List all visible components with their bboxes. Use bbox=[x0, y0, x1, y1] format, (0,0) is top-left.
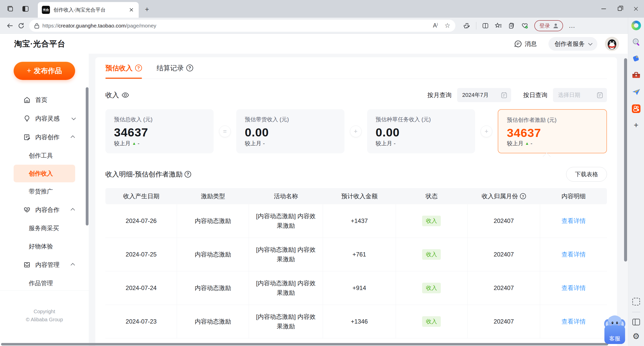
view-details-link[interactable]: 查看详情 bbox=[562, 317, 586, 326]
settings-more-icon[interactable]: … bbox=[569, 22, 576, 30]
tab-title: 创作收入-淘宝光合平台 bbox=[53, 7, 128, 13]
tab-estimated-income[interactable]: 预估收入 ? bbox=[105, 57, 142, 79]
sidebar-item-inspiration[interactable]: 内容灵感 bbox=[0, 109, 89, 128]
sidebar-customize-icon[interactable]: + bbox=[634, 121, 638, 130]
sidebar-item-works-management[interactable]: 作品管理 bbox=[0, 274, 89, 292]
help-icon[interactable]: ? bbox=[185, 171, 191, 178]
calendar-icon bbox=[501, 92, 507, 98]
refresh-icon[interactable] bbox=[16, 20, 27, 31]
site-favicon: 光合 bbox=[42, 6, 50, 14]
page-vertical-scrollbar[interactable] bbox=[624, 58, 627, 262]
site-header: 淘宝·光合平台 消息 创作者服务 bbox=[0, 34, 628, 54]
day-picker[interactable]: 选择日期 bbox=[553, 88, 607, 102]
selected-card-notch bbox=[543, 153, 550, 160]
extensions-icon[interactable] bbox=[461, 20, 473, 31]
close-button[interactable] bbox=[628, 0, 644, 18]
sidebar-kuaishou-icon[interactable] bbox=[631, 104, 641, 113]
help-icon[interactable]: ? bbox=[520, 193, 526, 199]
sidebar-item-creation-income[interactable]: 创作收入 bbox=[14, 165, 75, 182]
browser-titlebar: 光合 创作收入-淘宝光合平台 + bbox=[0, 0, 644, 18]
status-badge: 收入 bbox=[422, 283, 441, 293]
workspaces-icon[interactable] bbox=[22, 5, 29, 13]
sidebar-item-creation-tools[interactable]: 创作工具 bbox=[0, 147, 89, 165]
tab-settlement-records[interactable]: 结算记录 ? bbox=[157, 57, 193, 79]
sidebar-item-management[interactable]: 内容管理 bbox=[0, 255, 89, 274]
profile-icon bbox=[552, 22, 559, 29]
customer-service-widget[interactable]: 客服 bbox=[604, 314, 626, 344]
chevron-down-icon bbox=[72, 116, 76, 120]
up-triangle-icon: ▲ bbox=[132, 141, 136, 146]
view-details-link[interactable]: 查看详情 bbox=[562, 216, 586, 226]
chevron-down-icon bbox=[588, 41, 593, 45]
status-badge: 收入 bbox=[422, 316, 441, 327]
card-creator-incentive[interactable]: 预估创作者激励 (元) 34637 较上月▲- bbox=[498, 109, 607, 153]
detail-header: 收入明细-预估创作者激励 ? 下载表格 bbox=[105, 167, 607, 182]
income-table: 收入产生日期 激励类型 活动名称 预计收入金额 状态 收入归属月份? 内容明细 … bbox=[105, 188, 607, 338]
sidebar-settings-icon[interactable]: ⚙ bbox=[632, 332, 640, 340]
back-icon[interactable] bbox=[5, 20, 16, 31]
tab-close-icon[interactable] bbox=[128, 6, 135, 14]
read-aloud-icon[interactable]: A) bbox=[433, 22, 438, 29]
wallet-icon[interactable] bbox=[506, 20, 517, 31]
sidebar-item-cooperation[interactable]: 内容合作 bbox=[0, 200, 89, 219]
sidebar-search-icon[interactable] bbox=[631, 37, 641, 47]
card-seeding-task-income[interactable]: 预估种草任务收入 (元) 0.00 较上月▲- bbox=[367, 109, 475, 153]
help-icon[interactable]: ? bbox=[186, 65, 193, 71]
sidebar-scrollbar[interactable] bbox=[86, 87, 89, 225]
messages-button[interactable]: 消息 bbox=[514, 40, 537, 48]
minimize-button[interactable] bbox=[596, 0, 612, 18]
status-badge: 收入 bbox=[422, 216, 441, 226]
sidebar-item-service-purchase[interactable]: 服务商采买 bbox=[0, 219, 89, 237]
sidebar-drop-icon[interactable] bbox=[631, 87, 641, 97]
plus-icon: + bbox=[27, 66, 31, 75]
calendar-icon bbox=[597, 92, 603, 98]
view-details-link[interactable]: 查看详情 bbox=[562, 250, 586, 259]
copilot-icon[interactable] bbox=[631, 21, 641, 30]
collections-icon[interactable] bbox=[493, 20, 504, 31]
card-sales-income[interactable]: 预估带货收入 (元) 0.00 较上月▲- bbox=[236, 109, 344, 153]
tab-actions-icon[interactable] bbox=[7, 5, 14, 13]
eye-icon[interactable] bbox=[122, 92, 129, 98]
split-screen-icon[interactable] bbox=[480, 20, 491, 31]
day-query-label: 按日查询 bbox=[523, 91, 547, 99]
sidebar-tools-icon[interactable] bbox=[631, 71, 641, 80]
lock-icon[interactable] bbox=[34, 23, 39, 29]
publish-button[interactable]: + 发布作品 bbox=[14, 62, 75, 80]
login-button[interactable]: 登录 bbox=[534, 20, 563, 31]
card-total-income[interactable]: 预估总收入 (元) 34637 较上月▲- bbox=[105, 109, 214, 153]
view-details-link[interactable]: 查看详情 bbox=[562, 283, 586, 293]
url-text: https://creator.guanghe.taobao.com/page/… bbox=[42, 23, 156, 29]
help-icon[interactable]: ? bbox=[135, 65, 142, 71]
favorite-star-icon[interactable]: ☆ bbox=[445, 22, 450, 30]
table-row: 2024-07-24 内容动态激励 [内容动态激励] 内容效果激励 +914 收… bbox=[105, 271, 607, 305]
plus-icon: + bbox=[481, 126, 492, 137]
address-bar[interactable]: https://creator.guanghe.taobao.com/page/… bbox=[29, 20, 455, 32]
sidebar-split-icon[interactable] bbox=[632, 319, 640, 325]
main-card: 预估收入 ? 结算记录 ? 收入 按月查询 bbox=[95, 57, 617, 346]
content-area: 预估收入 ? 结算记录 ? 收入 按月查询 bbox=[89, 54, 628, 346]
sidebar-shopping-icon[interactable] bbox=[631, 54, 641, 64]
month-query-label: 按月查询 bbox=[427, 91, 452, 99]
income-title: 收入 bbox=[105, 91, 129, 100]
screenshot-icon[interactable] bbox=[632, 298, 640, 305]
sidebar-item-creation[interactable]: 内容创作 bbox=[0, 128, 89, 147]
sidebar-item-home[interactable]: 首页 bbox=[0, 91, 89, 109]
month-picker[interactable]: 2024年7月 bbox=[457, 88, 511, 102]
table-header: 收入产生日期 激励类型 活动名称 预计收入金额 状态 收入归属月份? 内容明细 bbox=[105, 188, 607, 204]
creator-service-menu[interactable]: 创作者服务 bbox=[548, 37, 597, 51]
table-row: 2024-07-23 内容动态激励 [内容动态激励] 内容效果激励 +1346 … bbox=[105, 305, 607, 338]
new-tab-button[interactable]: + bbox=[143, 5, 151, 14]
browser-tab[interactable]: 光合 创作收入-淘宝光合平台 bbox=[38, 2, 139, 18]
copyright: Copyright © Alibaba Group bbox=[0, 307, 89, 324]
download-table-button[interactable]: 下载表格 bbox=[566, 167, 607, 182]
sidebar-item-product-trial[interactable]: 好物体验 bbox=[0, 237, 89, 255]
equals-icon: = bbox=[219, 126, 231, 137]
detail-title: 收入明细-预估创作者激励 ? bbox=[105, 170, 191, 179]
avatar[interactable] bbox=[605, 37, 619, 51]
sidebar-item-promotion[interactable]: 带货推广 bbox=[0, 182, 89, 200]
message-icon bbox=[514, 40, 522, 48]
restore-button[interactable] bbox=[612, 0, 628, 18]
page: 淘宝·光合平台 消息 创作者服务 + 发布作品 首页 内 bbox=[0, 34, 628, 346]
browser-essentials-icon[interactable] bbox=[519, 20, 530, 31]
page-horizontal-scrollbar[interactable] bbox=[1, 343, 608, 345]
